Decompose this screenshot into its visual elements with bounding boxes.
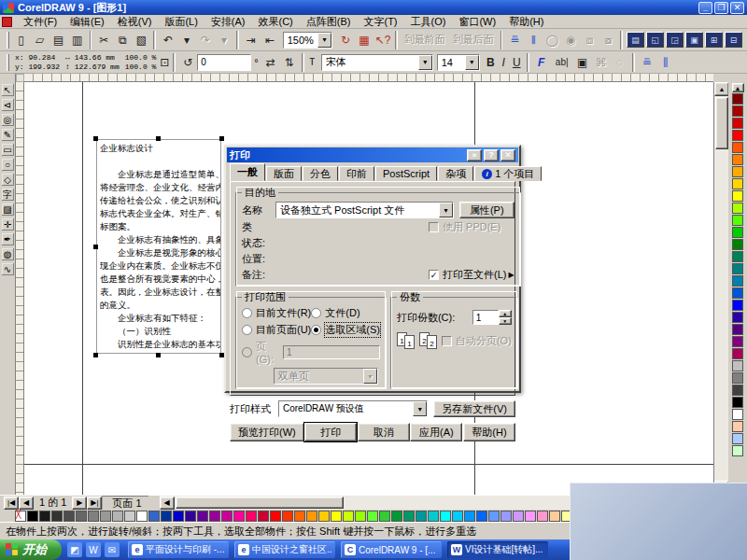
palette-swatch[interactable] bbox=[732, 421, 743, 432]
palette-swatch[interactable] bbox=[318, 511, 330, 522]
palette-swatch[interactable] bbox=[732, 251, 743, 262]
group-icon[interactable]: ⧈ bbox=[580, 31, 599, 49]
palette-swatch[interactable] bbox=[136, 511, 148, 522]
palette-swatch[interactable] bbox=[732, 130, 743, 141]
palette-swatch[interactable] bbox=[161, 511, 172, 522]
menu-item[interactable]: 检视(V) bbox=[111, 14, 159, 30]
palette-swatch[interactable] bbox=[464, 511, 475, 522]
format-text-button[interactable]: F bbox=[532, 53, 551, 72]
palette-swatch[interactable] bbox=[391, 511, 402, 522]
palette-swatch[interactable] bbox=[732, 287, 743, 299]
selection-handle[interactable] bbox=[156, 136, 161, 141]
printer-combo[interactable]: 设备独立式 PostScript 文件 ▾ bbox=[275, 202, 454, 218]
palette-swatch[interactable] bbox=[732, 118, 743, 129]
palette-swatch[interactable] bbox=[39, 511, 50, 522]
palette-swatch[interactable] bbox=[331, 511, 342, 522]
italic-button[interactable]: I bbox=[498, 53, 510, 72]
fill-tool[interactable]: ◍ bbox=[1, 247, 15, 261]
vertical-scroll-thumb[interactable] bbox=[715, 97, 728, 149]
edit-text-button[interactable]: ab| bbox=[551, 53, 573, 72]
help-button[interactable]: 帮助(H) bbox=[463, 423, 515, 441]
palette-swatch[interactable] bbox=[221, 511, 233, 522]
palette-swatch[interactable] bbox=[233, 511, 245, 522]
dialog-tab[interactable]: 杂项 bbox=[438, 166, 473, 181]
radio-current-page[interactable]: 目前页面(U) bbox=[242, 323, 311, 337]
save-as-button[interactable]: 另存新文件(V) bbox=[433, 400, 515, 417]
ellipse-tool[interactable]: ○ bbox=[1, 158, 15, 172]
save-icon[interactable]: ▤ bbox=[49, 31, 68, 49]
no-fill-swatch[interactable] bbox=[15, 511, 26, 522]
whats-this-icon[interactable]: ↖? bbox=[374, 31, 392, 49]
quicklaunch-mail-icon[interactable]: ✉ bbox=[105, 542, 120, 557]
refresh-icon[interactable]: ↻ bbox=[336, 31, 355, 49]
menu-item[interactable]: 版面(L) bbox=[158, 14, 204, 30]
eyedropper-tool[interactable]: ✛ bbox=[1, 217, 15, 231]
bold-button[interactable]: B bbox=[484, 53, 498, 72]
radio-current-document[interactable]: 目前文件(R) bbox=[242, 306, 311, 320]
chevron-down-icon[interactable]: ▾ bbox=[363, 369, 377, 384]
quicklaunch-media-icon[interactable]: ◩ bbox=[67, 542, 82, 557]
horizontal-ruler[interactable] bbox=[24, 74, 713, 82]
palette-swatch[interactable] bbox=[537, 511, 548, 522]
undo-dropdown-icon[interactable]: ▾ bbox=[177, 31, 196, 49]
palette-swatch[interactable] bbox=[124, 511, 135, 522]
radio-documents[interactable]: 文件(D) bbox=[311, 306, 380, 320]
docker-button-6[interactable]: ⊟ bbox=[725, 32, 742, 48]
palette-swatch[interactable] bbox=[732, 263, 743, 274]
new-icon[interactable]: ▯ bbox=[12, 31, 31, 49]
vertical-ruler[interactable] bbox=[16, 82, 24, 495]
palette-swatch[interactable] bbox=[732, 312, 743, 323]
palette-swatch[interactable] bbox=[51, 511, 63, 522]
palette-swatch[interactable] bbox=[209, 511, 220, 522]
palette-swatch[interactable] bbox=[732, 203, 743, 214]
selection-handle[interactable] bbox=[219, 136, 224, 141]
flyout-arrow-icon[interactable]: ▶ bbox=[508, 271, 514, 279]
outline-tool[interactable]: ✒ bbox=[1, 232, 15, 246]
rectangle-tool[interactable]: ▭ bbox=[1, 143, 15, 157]
palette-scroll-up-icon[interactable]: ▲ bbox=[732, 83, 744, 92]
shape-tool[interactable]: ⊲ bbox=[1, 98, 15, 112]
palette-swatch[interactable] bbox=[416, 511, 427, 522]
menu-item[interactable]: 效果(C) bbox=[252, 14, 300, 30]
menu-item[interactable]: 文件(F) bbox=[17, 14, 63, 30]
spin-up-icon[interactable]: ▲ bbox=[499, 310, 512, 317]
toolbar-grip[interactable] bbox=[7, 32, 9, 49]
palette-swatch[interactable] bbox=[549, 511, 560, 522]
palette-swatch[interactable] bbox=[270, 511, 281, 522]
chevron-down-icon[interactable]: ▾ bbox=[418, 55, 432, 70]
dialog-tab[interactable]: 版面 bbox=[266, 166, 302, 181]
dialog-tab[interactable]: 分色 bbox=[303, 166, 338, 181]
palette-swatch[interactable] bbox=[100, 511, 111, 522]
open-icon[interactable]: ▱ bbox=[31, 31, 49, 49]
palette-swatch[interactable] bbox=[173, 511, 184, 522]
print-icon[interactable]: ▥ bbox=[68, 31, 87, 49]
graph-paper-icon[interactable]: ▦ bbox=[355, 31, 374, 49]
polygon-tool[interactable]: ◇ bbox=[1, 173, 15, 187]
docker-button-5[interactable]: ⊞ bbox=[705, 32, 723, 48]
palette-swatch[interactable] bbox=[76, 511, 87, 522]
palette-swatch[interactable] bbox=[732, 445, 743, 456]
radio-selection[interactable]: 选取区域(S) bbox=[311, 323, 380, 337]
ruler-origin[interactable] bbox=[16, 74, 24, 82]
menu-item[interactable]: 帮助(H) bbox=[502, 14, 550, 30]
selection-handle[interactable] bbox=[93, 136, 98, 141]
palette-swatch[interactable] bbox=[343, 511, 354, 522]
collate-checkbox[interactable]: 自动分页(O) bbox=[442, 334, 512, 348]
underline-button[interactable]: U bbox=[510, 53, 524, 72]
palette-swatch[interactable] bbox=[732, 433, 743, 444]
use-ppd-checkbox[interactable]: 使用 PPD(E) bbox=[429, 220, 500, 234]
dialog-tab[interactable]: PostScript bbox=[375, 166, 437, 181]
palette-swatch[interactable] bbox=[403, 511, 415, 522]
context-help-button[interactable]: ? bbox=[484, 149, 499, 161]
palette-swatch[interactable] bbox=[306, 511, 317, 522]
export-icon[interactable]: ⇤ bbox=[261, 31, 279, 49]
palette-swatch[interactable] bbox=[732, 239, 743, 250]
print-to-file-checkbox[interactable]: ✓ 打印至文件(L) ▶ bbox=[429, 268, 514, 282]
cancel-button[interactable]: 取消 bbox=[358, 423, 410, 441]
even-odd-combo[interactable]: 双单页 ▾ bbox=[274, 368, 378, 385]
printer-properties-button[interactable]: 属性(P) bbox=[459, 202, 514, 218]
palette-swatch[interactable] bbox=[732, 397, 743, 408]
palette-swatch[interactable] bbox=[294, 511, 305, 522]
import-icon[interactable]: ⇥ bbox=[242, 31, 261, 49]
palette-swatch[interactable] bbox=[282, 511, 293, 522]
